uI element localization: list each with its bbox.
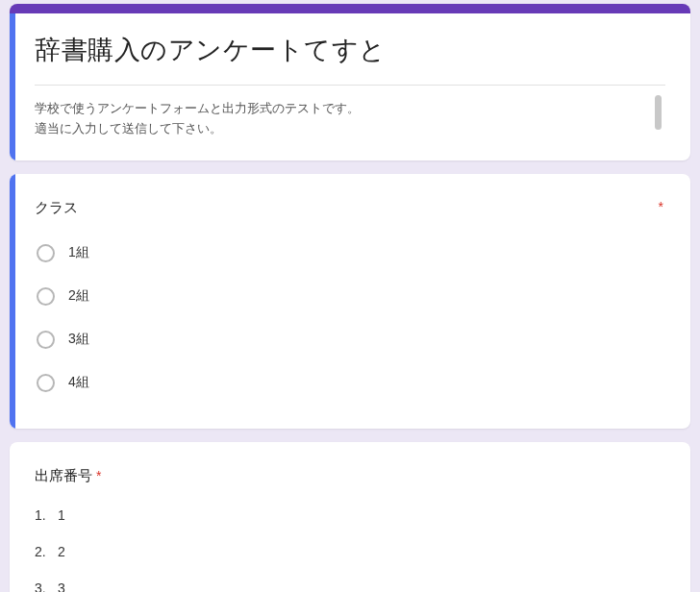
radio-option-3[interactable]: 3組 [35, 323, 665, 357]
radio-label: 4組 [68, 374, 89, 391]
radio-label: 1組 [68, 244, 89, 261]
header-accent-bar [10, 13, 15, 160]
form-description: 学校で使うアンケートフォームと出力形式のテストです。 適当に入力して送信して下さ… [35, 99, 637, 139]
radio-label: 2組 [68, 287, 89, 305]
radio-icon [37, 287, 55, 306]
question-header: クラス * [35, 199, 665, 217]
list-item[interactable]: 2. 2 [35, 537, 665, 566]
radio-icon [37, 331, 55, 349]
item-value: 1 [58, 507, 65, 523]
item-number: 3. [35, 580, 58, 592]
scrollbar-thumb[interactable] [655, 95, 662, 130]
item-number: 1. [35, 507, 58, 523]
item-number: 2. [35, 544, 58, 559]
item-value: 3 [58, 580, 65, 592]
form-header-card: 辞書購入のアンケートてすと 学校で使うアンケートフォームと出力形式のテストです。… [10, 4, 690, 160]
question-title: 出席番号* [35, 467, 101, 485]
question-title-text: 出席番号 [35, 467, 92, 483]
question-card-attendance: 出席番号* 1. 1 2. 2 3. 3 [10, 442, 690, 592]
required-indicator: * [659, 199, 665, 214]
header-inner: 辞書購入のアンケートてすと 学校で使うアンケートフォームと出力形式のテストです。… [10, 13, 690, 160]
radio-icon [37, 244, 55, 262]
question-title: クラス [35, 199, 78, 217]
question-card-class: クラス * 1組 2組 3組 4組 [10, 174, 690, 429]
radio-option-2[interactable]: 2組 [35, 280, 665, 313]
description-wrap: 学校で使うアンケートフォームと出力形式のテストです。 適当に入力して送信して下さ… [35, 85, 665, 139]
form-title: 辞書購入のアンケートてすと [35, 33, 665, 67]
radio-icon [37, 374, 55, 392]
required-indicator: * [96, 468, 101, 483]
radio-option-4[interactable]: 4組 [35, 366, 665, 400]
item-value: 2 [58, 544, 65, 559]
question-header: 出席番号* [35, 467, 665, 485]
radio-label: 3組 [68, 331, 89, 348]
list-item[interactable]: 3. 3 [35, 574, 665, 592]
question-accent-bar [10, 174, 15, 429]
radio-option-1[interactable]: 1組 [35, 236, 665, 270]
list-item[interactable]: 1. 1 [35, 501, 665, 530]
